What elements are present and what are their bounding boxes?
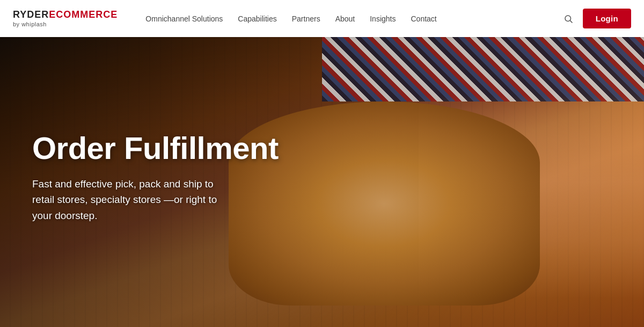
logo-sub: by whiplash (13, 21, 118, 27)
logo-ecommerce: ECOMMERCE (49, 9, 118, 20)
hero-content: Order Fulfillment Fast and effective pic… (32, 131, 279, 223)
search-button[interactable] (560, 12, 576, 26)
svg-line-1 (570, 20, 572, 23)
nav-item-contact[interactable]: Contact (404, 11, 443, 26)
search-icon (564, 14, 573, 24)
nav-item-partners[interactable]: Partners (286, 11, 327, 26)
nav-item-omnichannel[interactable]: Omnichannel Solutions (139, 11, 229, 26)
logo[interactable]: RYDERECOMMERCE by whiplash (13, 10, 118, 27)
header-actions: Login (560, 9, 631, 28)
nav-item-insights[interactable]: Insights (363, 11, 402, 26)
site-header: RYDERECOMMERCE by whiplash Omnichannel S… (0, 0, 644, 37)
login-button[interactable]: Login (583, 9, 631, 28)
hero-title: Order Fulfillment (32, 131, 279, 165)
main-nav: Omnichannel Solutions Capabilities Partn… (139, 11, 560, 26)
nav-item-capabilities[interactable]: Capabilities (231, 11, 283, 26)
hero-subtitle: Fast and effective pick, pack and ship t… (32, 176, 236, 223)
logo-text: RYDERECOMMERCE (13, 10, 118, 20)
svg-point-0 (565, 16, 571, 21)
hero-section: Order Fulfillment Fast and effective pic… (0, 37, 644, 327)
nav-item-about[interactable]: About (329, 11, 362, 26)
